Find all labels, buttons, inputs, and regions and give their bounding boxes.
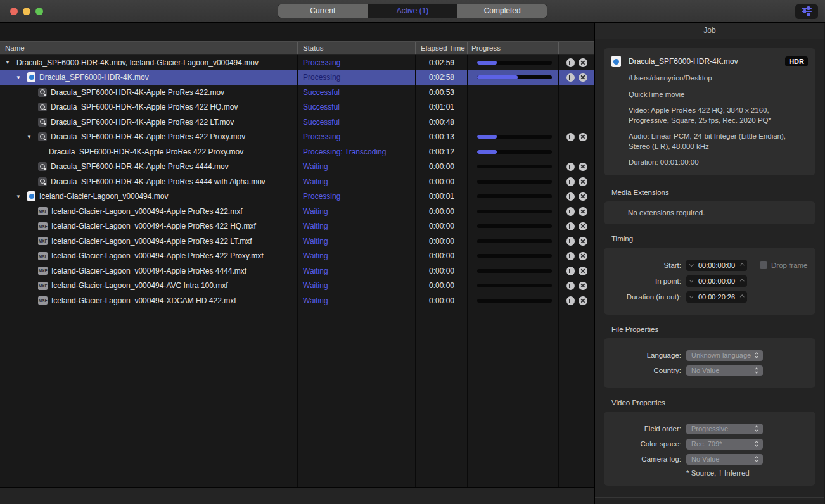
timecode-stepper[interactable]: 00:00:20:26 — [686, 291, 747, 303]
timecode-stepper[interactable]: 00:00:00:00 — [686, 275, 747, 287]
batch-view-tab-active[interactable]: Active (1) — [368, 4, 457, 18]
disclosure-triangle-icon[interactable]: ▼ — [27, 134, 38, 140]
column-header-elapsed-time[interactable]: Elapsed Time — [416, 42, 468, 54]
column-header-status[interactable]: Status — [298, 42, 416, 54]
pause-button[interactable] — [566, 73, 575, 82]
row-name: Dracula_SPF6000-HDR-4K.mov, Iceland-Glac… — [16, 58, 259, 67]
property-label: Camera log: — [611, 455, 681, 463]
pause-button[interactable] — [566, 163, 575, 172]
property-popup[interactable]: Rec. 709* — [686, 439, 763, 450]
video-properties-header[interactable]: Video Properties — [611, 399, 824, 406]
file-properties-header[interactable]: File Properties — [611, 325, 824, 333]
disclosure-triangle-icon[interactable]: ▼ — [16, 194, 27, 199]
row-name-cell: ▼ Dracula_SPF6000-HDR-4K-Apple ProRes 42… — [0, 118, 298, 127]
pause-button[interactable] — [566, 252, 575, 261]
cancel-button[interactable] — [579, 192, 587, 201]
pause-button[interactable] — [566, 282, 575, 291]
row-progress-cell — [468, 269, 559, 273]
pause-button[interactable] — [566, 177, 575, 186]
stepper-decrement-icon[interactable] — [689, 262, 693, 266]
timecode-stepper[interactable]: 00:00:00:00 — [686, 260, 747, 271]
row-name: Iceland-Glacier-Lagoon_v000494-Apple Pro… — [51, 222, 256, 230]
batch-view-tab-completed[interactable]: Completed — [457, 4, 547, 18]
minimize-window-icon[interactable] — [23, 8, 30, 15]
property-popup[interactable]: Unknown language — [686, 350, 763, 361]
timing-row: Start: 00:00:00:00 Drop frame — [611, 260, 808, 271]
stepper-increment-icon[interactable] — [740, 263, 744, 267]
timing-header[interactable]: Timing — [611, 235, 824, 243]
disclosure-triangle-icon[interactable]: ▼ — [5, 60, 16, 65]
row-status: Successful — [298, 88, 416, 97]
row-name-cell: ▼ Dracula_SPF6000-HDR-4K-Apple ProRes 42… — [0, 88, 298, 97]
cancel-button[interactable] — [579, 252, 587, 261]
row-name-cell: ▼ MXF Iceland-Glacier-Lagoon_v000494-App… — [0, 267, 298, 275]
row-name-cell: ▼ Dracula_SPF6000-HDR-4K-Apple ProRes 42… — [0, 148, 298, 156]
row-actions — [559, 222, 594, 231]
row-status: Processing — [298, 73, 416, 82]
source-inferred-footnote: * Source, † Inferred — [686, 469, 808, 477]
mxf-file-icon: MXF — [38, 282, 48, 290]
pause-button[interactable] — [566, 296, 575, 305]
media-extensions-header[interactable]: Media Extensions — [611, 189, 824, 196]
progress-bar — [477, 269, 552, 273]
cancel-button[interactable] — [579, 267, 587, 275]
drop-frame-checkbox[interactable]: Drop frame — [760, 261, 808, 269]
row-status: Processing — [298, 132, 416, 141]
pause-button[interactable] — [566, 133, 575, 142]
pause-button[interactable] — [566, 207, 575, 216]
disclosure-triangle-icon[interactable]: ▼ — [16, 75, 27, 80]
pause-button[interactable] — [566, 237, 575, 246]
filter-settings-button[interactable] — [795, 4, 818, 19]
pause-button[interactable] — [566, 222, 575, 231]
pause-button[interactable] — [566, 58, 575, 67]
source-file-kind: QuickTime movie — [629, 90, 808, 100]
cancel-button[interactable] — [579, 296, 587, 305]
row-progress-cell — [468, 135, 559, 139]
stepper-increment-icon[interactable] — [740, 295, 744, 299]
column-header-progress[interactable]: Progress — [468, 42, 559, 54]
row-elapsed: 0:00:48 — [416, 118, 468, 127]
cancel-button[interactable] — [579, 237, 587, 246]
progress-bar — [477, 284, 552, 287]
cancel-button[interactable] — [579, 222, 587, 231]
mxf-file-icon: MXF — [38, 207, 48, 215]
property-popup[interactable]: No Value — [686, 454, 763, 465]
property-row: Country: No Value — [611, 365, 808, 376]
stepper-decrement-icon[interactable] — [689, 294, 693, 298]
cancel-button[interactable] — [579, 58, 587, 67]
pause-button[interactable] — [566, 267, 575, 275]
row-elapsed: 0:00:01 — [416, 192, 468, 201]
row-name: Dracula_SPF6000-HDR-4K-Apple ProRes 422 … — [49, 148, 243, 156]
property-popup[interactable]: Progressive — [686, 424, 763, 434]
batch-view-tab-current[interactable]: Current — [278, 4, 368, 18]
timecode-value: 00:00:00:00 — [698, 277, 735, 285]
row-name-cell: ▼ MXF Iceland-Glacier-Lagoon_v000494-AVC… — [0, 281, 298, 290]
row-name-cell: ▼ Dracula_SPF6000-HDR-4K.mov, Iceland-Gl… — [0, 58, 298, 67]
stepper-increment-icon[interactable] — [740, 279, 744, 283]
row-actions — [559, 133, 594, 142]
popup-value: No Value — [691, 455, 719, 463]
row-progress-cell — [468, 210, 559, 213]
column-header-name[interactable]: Name — [0, 42, 298, 54]
cancel-button[interactable] — [579, 282, 587, 291]
pause-button[interactable] — [566, 192, 575, 201]
progress-bar — [477, 299, 552, 303]
property-popup[interactable]: No Value — [686, 365, 763, 376]
cancel-button[interactable] — [579, 207, 587, 216]
zoom-window-icon[interactable] — [35, 8, 43, 15]
cancel-button[interactable] — [579, 177, 587, 186]
inspector-section-projection-properties[interactable]: Projection Properties — [595, 497, 824, 504]
row-name: Iceland-Glacier-Lagoon_v000494-Apple Pro… — [51, 237, 252, 246]
stepper-decrement-icon[interactable] — [689, 278, 693, 282]
row-name-cell: ▼ MXF Iceland-Glacier-Lagoon_v000494-App… — [0, 222, 298, 230]
source-file-path: /Users/dannyrico/Desktop — [629, 73, 808, 84]
progress-bar — [477, 180, 552, 184]
row-elapsed: 0:02:58 — [416, 73, 468, 82]
progress-bar — [477, 254, 552, 258]
cancel-button[interactable] — [579, 73, 587, 82]
cancel-button[interactable] — [579, 163, 587, 172]
batch-job-table: Name Status Elapsed Time Progress ▼ Drac… — [0, 23, 595, 504]
row-status: Successful — [298, 103, 416, 111]
cancel-button[interactable] — [579, 133, 587, 142]
close-window-icon[interactable] — [10, 8, 18, 15]
